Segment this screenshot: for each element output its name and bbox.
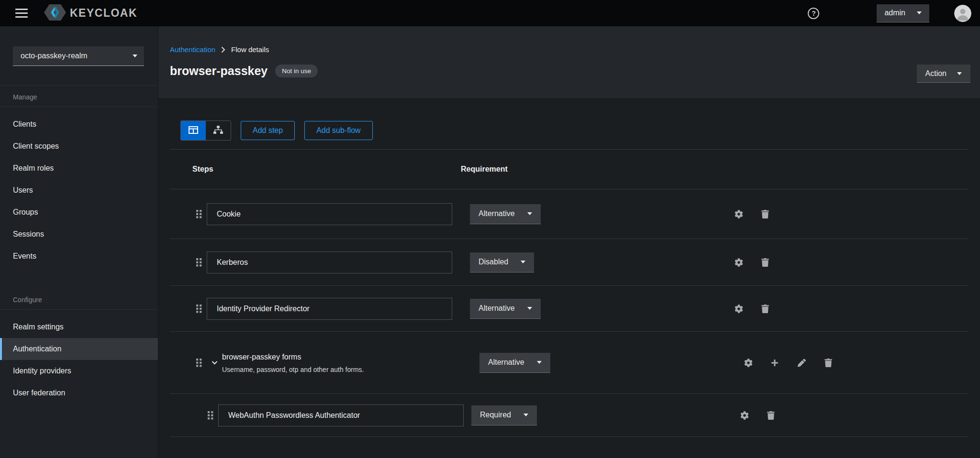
view-toggle-group <box>180 120 231 141</box>
add-plus-icon[interactable] <box>769 358 780 368</box>
drag-handle-icon[interactable] <box>195 257 203 268</box>
delete-trash-icon[interactable] <box>823 357 834 369</box>
delete-trash-icon[interactable] <box>760 208 770 220</box>
breadcrumb-current: Flow details <box>231 45 269 54</box>
username: admin <box>884 9 905 17</box>
sidebar-item-authentication[interactable]: Authentication <box>0 338 158 360</box>
sidebar-item-users[interactable]: Users <box>0 179 158 201</box>
sidebar-item-sessions[interactable]: Sessions <box>0 223 158 245</box>
settings-gear-icon[interactable] <box>733 208 745 220</box>
avatar[interactable] <box>954 5 971 22</box>
step-name-box: Identity Provider Redirector <box>207 298 452 320</box>
chevron-down-icon <box>523 414 528 416</box>
masthead: KEYCLOAK ? admin <box>0 0 980 26</box>
user-menu-dropdown[interactable]: admin <box>877 4 929 22</box>
drag-handle-icon[interactable] <box>195 208 203 219</box>
step-name-box: WebAuthn Passwordless Authenticator <box>218 404 464 426</box>
action-dropdown-button[interactable]: Action <box>917 65 970 83</box>
settings-gear-icon[interactable] <box>733 257 745 268</box>
sidebar-item-groups[interactable]: Groups <box>0 201 158 223</box>
breadcrumb: Authentication Flow details <box>170 45 969 54</box>
subflow-description: Username, password, otp and other auth f… <box>222 365 364 373</box>
drag-handle-icon[interactable] <box>195 357 203 368</box>
help-icon[interactable]: ? <box>808 8 819 19</box>
divider <box>0 85 158 86</box>
angle-right-icon <box>221 46 225 53</box>
current-realm: octo-passkey-realm <box>21 52 88 60</box>
chevron-down-icon <box>957 72 962 75</box>
diagram-view-icon <box>213 126 223 135</box>
sidebar-item-user-federation[interactable]: User federation <box>0 382 158 404</box>
chevron-down-icon <box>537 361 542 364</box>
nav-list-manage: Clients Client scopes Realm roles Users … <box>0 107 158 267</box>
sidebar-item-realm-roles[interactable]: Realm roles <box>0 157 158 179</box>
settings-gear-icon[interactable] <box>743 357 754 369</box>
sidebar-item-identity-providers[interactable]: Identity providers <box>0 360 158 382</box>
collapse-chevron-down-icon[interactable] <box>211 360 219 366</box>
step-name-box: Kerberos <box>207 251 452 273</box>
table-view-toggle-button[interactable] <box>181 121 206 140</box>
main-content: Authentication Flow details browser-pass… <box>158 26 980 458</box>
requirement-select[interactable]: Alternative <box>479 353 550 373</box>
chevron-down-icon <box>917 11 922 14</box>
page-header: Authentication Flow details browser-pass… <box>158 26 980 98</box>
drag-handle-icon[interactable] <box>207 410 214 421</box>
delete-trash-icon[interactable] <box>760 257 770 268</box>
sidebar-item-events[interactable]: Events <box>0 245 158 267</box>
diagram-view-toggle-button[interactable] <box>206 121 231 140</box>
step-name-box: Cookie <box>207 203 452 225</box>
chevron-down-icon <box>521 261 525 263</box>
add-step-button[interactable]: Add step <box>241 121 295 140</box>
breadcrumb-authentication-link[interactable]: Authentication <box>170 45 215 54</box>
add-subflow-button[interactable]: Add sub-flow <box>304 121 373 140</box>
brand-text: KEYCLOAK <box>70 7 137 20</box>
delete-trash-icon[interactable] <box>760 303 770 315</box>
keycloak-logo-icon <box>44 4 66 22</box>
table-row-subflow: browser-passkey forms Username, password… <box>170 332 969 394</box>
edit-pencil-icon[interactable] <box>796 357 807 368</box>
chevron-down-icon <box>527 307 532 310</box>
column-header-steps: Steps <box>192 165 213 174</box>
table-view-icon <box>189 126 198 135</box>
nav-list-configure: Realm settings Authentication Identity p… <box>0 310 158 404</box>
keycloak-logo[interactable]: KEYCLOAK <box>44 4 137 22</box>
sidebar-item-realm-settings[interactable]: Realm settings <box>0 316 158 338</box>
table-row: Identity Provider Redirector Alternative <box>170 286 969 332</box>
table-row: Kerberos Disabled <box>170 239 969 286</box>
drag-handle-icon[interactable] <box>195 303 203 314</box>
subflow-title-block: browser-passkey forms Username, password… <box>222 352 364 373</box>
requirement-select[interactable]: Alternative <box>470 299 541 319</box>
chevron-down-icon <box>133 55 137 57</box>
requirement-select[interactable]: Alternative <box>470 204 541 224</box>
nav-group-configure-label: Configure <box>13 296 158 304</box>
settings-gear-icon[interactable] <box>739 410 750 421</box>
table-row-nested: WebAuthn Passwordless Authenticator Requ… <box>170 394 969 437</box>
sidebar-item-client-scopes[interactable]: Client scopes <box>0 135 158 157</box>
delete-trash-icon[interactable] <box>766 410 776 421</box>
settings-gear-icon[interactable] <box>733 303 745 315</box>
requirement-select[interactable]: Disabled <box>470 252 534 273</box>
table-header-row: Steps Requirement <box>170 149 969 189</box>
sidebar-item-clients[interactable]: Clients <box>0 113 158 135</box>
requirement-select[interactable]: Required <box>471 405 537 425</box>
sidebar: octo-passkey-realm Manage Clients Client… <box>0 26 158 458</box>
subflow-name: browser-passkey forms <box>222 352 364 361</box>
status-badge: Not in use <box>275 65 318 77</box>
flow-steps-table: Steps Requirement Cookie Alternative <box>170 149 969 437</box>
nav-group-manage-label: Manage <box>13 93 158 101</box>
chevron-down-icon <box>527 212 532 215</box>
column-header-requirement: Requirement <box>461 165 508 174</box>
realm-selector-dropdown[interactable]: octo-passkey-realm <box>13 46 144 66</box>
nav-toggle-hamburger-icon[interactable] <box>14 7 29 20</box>
flow-toolbar: Add step Add sub-flow <box>158 98 980 149</box>
table-row: Cookie Alternative <box>170 189 969 239</box>
page-title: browser-passkey <box>170 64 267 78</box>
